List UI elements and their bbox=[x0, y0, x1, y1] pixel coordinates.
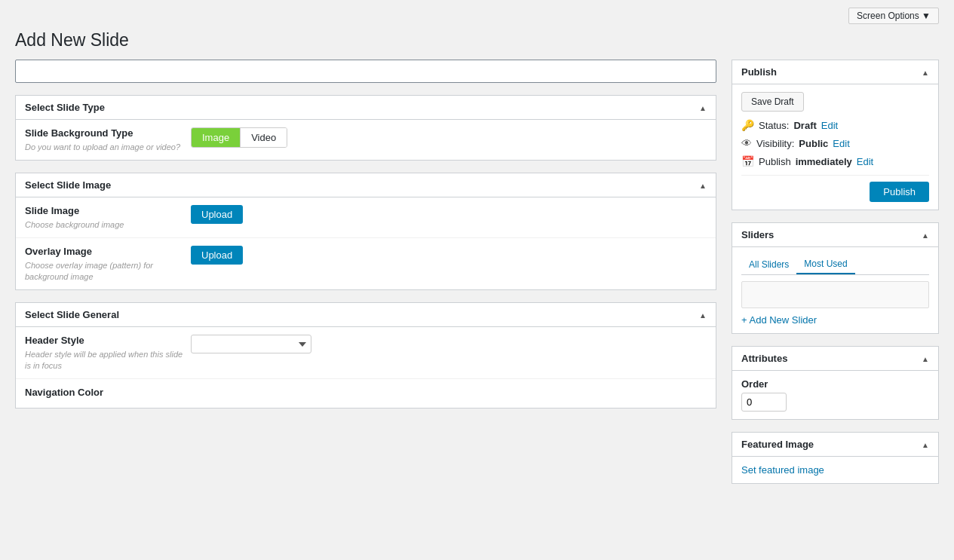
status-value: Draft bbox=[793, 120, 816, 131]
bg-type-video-btn[interactable]: Video bbox=[241, 128, 287, 147]
visibility-icon: 👁 bbox=[741, 137, 752, 149]
sliders-panel-title: Sliders bbox=[741, 229, 774, 240]
slide-image-label: Slide Image bbox=[25, 205, 191, 216]
featured-image-panel-title: Featured Image bbox=[741, 439, 814, 450]
publish-panel: Publish Save Draft 🔑 Status: Draft Edit bbox=[732, 60, 939, 210]
slide-type-panel-title: Select Slide Type bbox=[25, 102, 105, 113]
sliders-toggle-icon bbox=[922, 229, 929, 240]
attributes-panel: Attributes Order bbox=[732, 346, 939, 420]
slide-general-panel-title: Select Slide General bbox=[25, 309, 119, 320]
publish-timing-label: Publish bbox=[759, 156, 791, 167]
slide-general-toggle-icon bbox=[699, 309, 707, 320]
overlay-image-desc: Choose overlay image (pattern) for backg… bbox=[25, 261, 153, 281]
slide-image-panel-title: Select Slide Image bbox=[25, 179, 111, 191]
featured-image-toggle-icon bbox=[922, 439, 929, 450]
page-title: Add New Slide bbox=[15, 30, 939, 50]
sliders-panel: Sliders All Sliders Most Used + Add New … bbox=[732, 222, 939, 334]
header-style-desc: Header style will be applied when this s… bbox=[25, 350, 183, 370]
publish-timing-value: immediately bbox=[796, 156, 852, 167]
sliders-tabs: All Sliders Most Used bbox=[741, 255, 929, 275]
overlay-image-label: Overlay Image bbox=[25, 246, 191, 257]
order-label: Order bbox=[741, 378, 929, 390]
slide-image-desc: Choose background image bbox=[25, 220, 124, 229]
status-label: Status: bbox=[759, 120, 789, 131]
slide-bg-type-desc: Do you want to upload an image or video? bbox=[25, 142, 180, 151]
order-input[interactable] bbox=[741, 393, 787, 412]
slide-type-panel: Select Slide Type Slide Background Type … bbox=[15, 95, 716, 161]
visibility-label: Visibility: bbox=[756, 138, 794, 149]
tab-most-used[interactable]: Most Used bbox=[796, 255, 854, 274]
slider-list-box bbox=[741, 281, 929, 308]
tab-all-sliders[interactable]: All Sliders bbox=[741, 255, 796, 274]
slide-type-panel-header[interactable]: Select Slide Type bbox=[16, 96, 716, 120]
header-style-select[interactable] bbox=[191, 335, 311, 353]
nav-color-label: Navigation Color bbox=[25, 387, 191, 398]
set-featured-image-link[interactable]: Set featured image bbox=[741, 464, 824, 476]
publish-timing-edit-link[interactable]: Edit bbox=[857, 156, 873, 167]
featured-image-panel-header[interactable]: Featured Image bbox=[732, 433, 938, 457]
attributes-panel-header[interactable]: Attributes bbox=[732, 347, 938, 371]
slide-image-panel-header[interactable]: Select Slide Image bbox=[16, 173, 716, 197]
slide-general-panel: Select Slide General Header Style Header… bbox=[15, 302, 716, 409]
attributes-toggle-icon bbox=[922, 353, 929, 364]
sliders-panel-header[interactable]: Sliders bbox=[732, 223, 938, 247]
schedule-icon: 📅 bbox=[741, 155, 754, 167]
slide-bg-type-label: Slide Background Type bbox=[25, 127, 191, 139]
publish-toggle-icon bbox=[922, 66, 929, 78]
attributes-panel-title: Attributes bbox=[741, 353, 787, 364]
publish-panel-title: Publish bbox=[741, 66, 777, 78]
slide-type-toggle-icon bbox=[699, 102, 707, 113]
overlay-image-upload-btn[interactable]: Upload bbox=[191, 246, 243, 265]
slide-image-upload-btn[interactable]: Upload bbox=[191, 205, 243, 224]
slide-general-panel-header[interactable]: Select Slide General bbox=[16, 303, 716, 327]
publish-panel-header[interactable]: Publish bbox=[732, 60, 938, 84]
visibility-edit-link[interactable]: Edit bbox=[833, 138, 849, 149]
slide-image-panel: Select Slide Image Slide Image Choose ba… bbox=[15, 173, 716, 290]
status-edit-link[interactable]: Edit bbox=[821, 120, 838, 131]
save-draft-button[interactable]: Save Draft bbox=[741, 92, 804, 112]
bg-type-toggle-group: Image Video bbox=[191, 127, 287, 148]
publish-button[interactable]: Publish bbox=[870, 182, 929, 202]
header-style-label: Header Style bbox=[25, 335, 191, 346]
featured-image-panel: Featured Image Set featured image bbox=[732, 432, 939, 484]
bg-type-image-btn[interactable]: Image bbox=[192, 128, 241, 147]
post-title-input[interactable] bbox=[15, 60, 716, 83]
visibility-value: Public bbox=[799, 138, 828, 149]
screen-options-button[interactable]: Screen Options ▼ bbox=[848, 8, 939, 24]
add-new-slider-link[interactable]: + Add New Slider bbox=[741, 314, 817, 326]
status-icon: 🔑 bbox=[741, 119, 754, 131]
slide-image-toggle-icon bbox=[699, 179, 707, 191]
